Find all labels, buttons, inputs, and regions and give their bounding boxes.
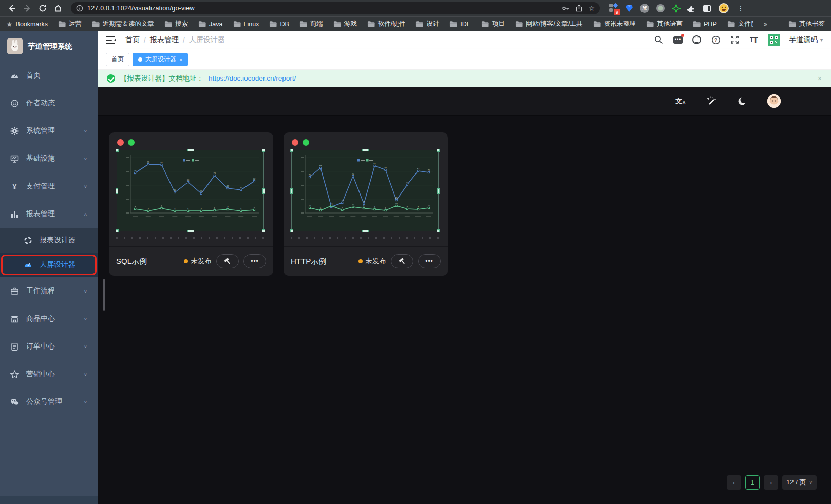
selection-handle[interactable] — [262, 229, 265, 232]
address-bar[interactable]: 127.0.0.1:1024/visualization/go-view ☆ — [71, 2, 600, 14]
fullscreen-icon[interactable] — [730, 35, 740, 45]
kebab-menu-icon[interactable]: ⋮ — [736, 4, 745, 12]
gem-icon[interactable] — [625, 5, 633, 12]
bookmark-folder[interactable]: 其他语言 — [646, 20, 683, 28]
back-icon[interactable] — [5, 2, 18, 15]
bookmark-folder[interactable]: 运营 — [58, 20, 82, 28]
selection-handle[interactable] — [362, 149, 369, 151]
bookmark-folder[interactable]: 设计 — [416, 20, 439, 28]
sidebar-item-报表管理[interactable]: 报表管理∧ — [0, 200, 98, 228]
bookmark-folder[interactable]: IDE — [449, 21, 471, 28]
sidebar-item-系统管理[interactable]: 系统管理∨ — [0, 117, 98, 145]
tab-首页[interactable]: 首页 — [106, 53, 129, 66]
profile-emoji-icon[interactable] — [718, 3, 729, 14]
reload-icon[interactable] — [36, 2, 49, 15]
bookmark-folder[interactable]: Java — [198, 21, 222, 28]
page-size-select[interactable]: 12 / 页 ∨ — [782, 475, 817, 490]
selection-handle[interactable] — [262, 149, 265, 152]
other-bookmarks-folder[interactable]: 其他书签 — [788, 20, 825, 28]
more-actions-button[interactable]: ••• — [418, 254, 441, 268]
green-star-icon[interactable] — [672, 4, 681, 13]
sidebar-collapse-strip[interactable] — [0, 496, 98, 504]
selection-handle[interactable] — [187, 149, 194, 151]
sidebar-item-订单中心[interactable]: 订单中心∨ — [0, 333, 98, 360]
selection-handle[interactable] — [437, 149, 440, 152]
selection-handle[interactable] — [116, 229, 119, 232]
chart-canvas-selected[interactable]: 7088122072189284255582791051461297514871… — [292, 150, 438, 231]
pagination-page-1[interactable]: 1 — [745, 475, 760, 490]
sidebar-item-商品中心[interactable]: 商品中心∨ — [0, 305, 98, 333]
search-icon[interactable] — [654, 35, 664, 45]
bookmark-folder[interactable]: DB — [269, 21, 289, 28]
bookmark-folder[interactable]: Linux — [233, 21, 259, 28]
github-icon[interactable] — [692, 35, 702, 45]
language-icon[interactable]: 文A — [675, 95, 686, 107]
window-icon[interactable] — [703, 5, 711, 12]
url-text[interactable]: 127.0.0.1:1024/visualization/go-view — [87, 5, 558, 12]
sidebar-item-作者动态[interactable]: 作者动态 — [0, 89, 98, 117]
sidebar-item-工作流程[interactable]: 工作流程∨ — [0, 277, 98, 305]
bookmarks-manager[interactable]: ★ Bookmarks — [6, 20, 48, 28]
bookmark-folder[interactable]: PHP — [693, 21, 717, 28]
puzzle-icon[interactable] — [687, 4, 696, 13]
star-icon[interactable]: ☆ — [588, 4, 595, 12]
message-icon[interactable]: ••• — [673, 35, 683, 45]
bookmarks-overflow-chevron[interactable]: » — [764, 20, 767, 28]
bookmark-folder[interactable]: 网站/博客/文章/工具 — [515, 20, 582, 28]
record-icon[interactable] — [656, 4, 665, 13]
more-actions-button[interactable]: ••• — [243, 254, 266, 268]
dark-mode-icon[interactable] — [736, 95, 748, 107]
bookmark-folder[interactable]: 资讯未整理 — [593, 20, 636, 28]
sidebar-item-大屏设计器[interactable]: 大屏设计器 — [0, 253, 98, 277]
selection-handle[interactable] — [262, 188, 265, 194]
forward-icon[interactable] — [21, 2, 34, 15]
sidebar-item-营销中心[interactable]: 营销中心∨ — [0, 360, 98, 388]
user-avatar-qr[interactable] — [768, 34, 780, 46]
app-logo-row[interactable]: 芋道管理系统 — [0, 31, 98, 62]
project-card-HTTP示例[interactable]: 7088122072189284255582791051461297514871… — [284, 132, 448, 276]
extensions-grid-icon[interactable]: 9 — [609, 4, 618, 13]
banner-close-icon[interactable]: × — [818, 74, 822, 83]
user-avatar[interactable] — [767, 94, 781, 108]
selection-handle[interactable] — [290, 149, 293, 152]
chart-canvas-selected[interactable]: 789594406038734845628494445746 — [117, 150, 263, 231]
key-icon[interactable] — [562, 4, 570, 12]
sidebar-item-首页[interactable]: 首页 — [0, 62, 98, 89]
info-icon[interactable] — [76, 5, 83, 12]
command-icon[interactable]: ⌘ — [640, 4, 649, 13]
selection-handle[interactable] — [362, 230, 369, 232]
font-size-icon[interactable]: TT — [749, 35, 759, 45]
project-card-SQL示例[interactable]: 789594406038734845628494445746SQL示例未发布••… — [109, 132, 273, 276]
selection-handle[interactable] — [290, 229, 293, 232]
breadcrumb-home[interactable]: 首页 — [125, 35, 140, 45]
bookmark-folder[interactable]: 项目 — [481, 20, 505, 28]
tab-大屏设计器[interactable]: 大屏设计器× — [133, 53, 188, 66]
share-icon[interactable] — [575, 4, 583, 12]
help-icon[interactable]: ? — [711, 35, 721, 45]
sidebar-item-基础设施[interactable]: 基础设施∨ — [0, 145, 98, 172]
tab-close-icon[interactable]: × — [179, 56, 182, 63]
selection-handle[interactable] — [116, 188, 118, 194]
username-dropdown[interactable]: 芋道源码 ▾ — [789, 35, 823, 45]
doc-link[interactable]: https://doc.iocoder.cn/report/ — [209, 74, 296, 82]
pagination-prev-icon[interactable]: ‹ — [727, 475, 741, 490]
bookmark-folder[interactable]: 近期需要读的文章 — [92, 20, 154, 28]
selection-handle[interactable] — [437, 229, 440, 232]
sidebar-item-公众号管理[interactable]: 公众号管理∨ — [0, 388, 98, 416]
edit-hammer-button[interactable] — [391, 254, 413, 268]
collapse-menu-icon[interactable] — [106, 36, 115, 44]
selection-handle[interactable] — [437, 188, 440, 194]
breadcrumb-report[interactable]: 报表管理 — [150, 35, 179, 45]
bookmark-folder[interactable]: 搜索 — [164, 20, 188, 28]
bookmark-folder[interactable]: 软件/硬件 — [367, 20, 405, 28]
bookmark-folder[interactable]: 文件服务器 — [727, 20, 753, 28]
selection-handle[interactable] — [187, 230, 194, 232]
home-icon[interactable] — [51, 2, 65, 15]
magic-wand-icon[interactable] — [706, 95, 717, 107]
bookmark-folder[interactable]: 游戏 — [333, 20, 357, 28]
bookmark-folder[interactable]: 前端 — [299, 20, 323, 28]
selection-handle[interactable] — [290, 188, 293, 194]
sidebar-item-支付管理[interactable]: ¥支付管理∨ — [0, 172, 98, 200]
selection-handle[interactable] — [116, 149, 119, 152]
pagination-next-icon[interactable]: › — [764, 475, 778, 490]
